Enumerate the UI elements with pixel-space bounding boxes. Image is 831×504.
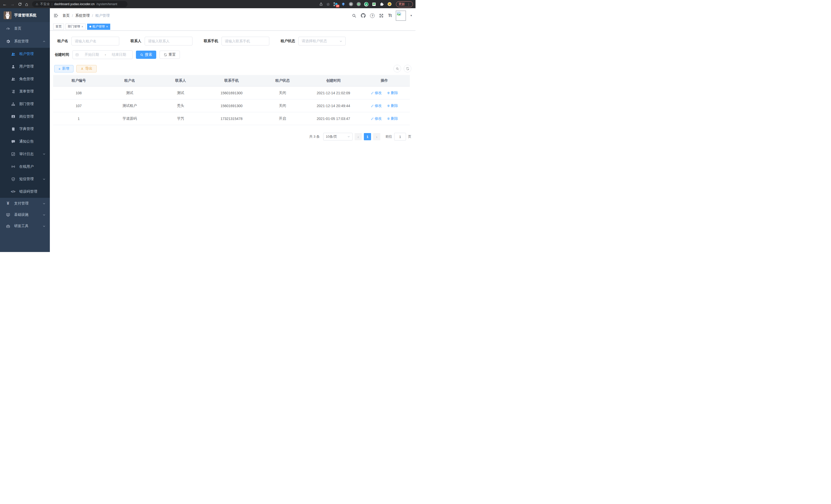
- close-icon[interactable]: ×: [82, 25, 83, 29]
- status-label: 租户状态: [281, 39, 295, 43]
- refresh-table-button[interactable]: [404, 65, 411, 72]
- app-logo-row[interactable]: 芋道管理系统: [0, 8, 50, 22]
- extension-grid-icon[interactable]: 10: [333, 2, 338, 6]
- browser-home-button[interactable]: ⌂: [25, 2, 28, 7]
- header-search-icon[interactable]: [352, 13, 356, 18]
- col-actions: 操作: [359, 75, 410, 87]
- sidebar-item-user[interactable]: 用户管理: [0, 60, 50, 73]
- dictionary-icon: [11, 127, 16, 131]
- github-icon[interactable]: [361, 13, 366, 18]
- browser-menu-icon[interactable]: ⋮: [407, 2, 410, 6]
- font-size-icon[interactable]: Tt: [388, 13, 391, 18]
- update-label: 更新: [399, 2, 405, 6]
- close-icon[interactable]: ×: [106, 25, 108, 29]
- sidebar-item-notice[interactable]: 通知公告: [0, 136, 50, 148]
- extension-pin-icon[interactable]: [341, 2, 345, 6]
- edit-link[interactable]: 修改: [371, 91, 382, 95]
- extension-command-icon[interactable]: ⌘: [349, 2, 353, 6]
- address-bar[interactable]: ⚠ 不安全 | dashboard.yudao.iocoder.cn/syste…: [32, 1, 127, 7]
- sidebar-item-label: 字典管理: [19, 127, 34, 131]
- edit-link[interactable]: 修改: [371, 116, 382, 121]
- date-range-picker[interactable]: 开始日期 - 结束日期: [73, 50, 133, 59]
- mobile-input[interactable]: [222, 37, 269, 46]
- tab-home[interactable]: 首页: [53, 24, 64, 30]
- sidebar-item-online-users[interactable]: 在线用户: [0, 160, 50, 173]
- cell-tenant-id: 1: [53, 112, 104, 125]
- sidebar-item-audit-log[interactable]: 审计日志: [0, 148, 50, 160]
- bookmark-star-icon[interactable]: ☆: [326, 2, 330, 7]
- sidebar-item-payment[interactable]: ¥ 支付管理: [0, 198, 50, 209]
- sidebar-item-home[interactable]: 首页: [0, 22, 50, 35]
- export-button[interactable]: 导出: [76, 65, 96, 72]
- reset-button[interactable]: 重置: [160, 51, 180, 59]
- sidebar-item-post[interactable]: 岗位管理: [0, 110, 50, 123]
- prev-page-button[interactable]: ‹: [354, 133, 362, 140]
- status-field-group: 租户状态 请选择租户状态: [281, 37, 346, 46]
- tab-department[interactable]: 部门管理 ×: [65, 24, 86, 30]
- not-secure-icon: ⚠: [35, 2, 38, 6]
- sidebar-item-dev-tools[interactable]: 研发工具: [0, 220, 50, 232]
- breadcrumb-system[interactable]: 系统管理: [75, 13, 90, 18]
- edit-pen-icon: [371, 104, 374, 108]
- browser-update-button[interactable]: 更新 ⋮: [396, 1, 413, 7]
- avatar[interactable]: [396, 10, 406, 21]
- cell-mobile: 17321315478: [206, 112, 257, 125]
- delete-link[interactable]: 删除: [387, 91, 398, 95]
- tags-view: 首页 部门管理 × 租户管理 ×: [50, 23, 416, 31]
- trash-icon: [387, 91, 390, 94]
- extension-y-icon[interactable]: y: [364, 2, 369, 6]
- sidebar-item-role[interactable]: 角色管理: [0, 73, 50, 85]
- extension-badge: 10: [336, 5, 339, 7]
- tab-tenant[interactable]: 租户管理 ×: [87, 24, 110, 30]
- edit-link[interactable]: 修改: [371, 103, 382, 108]
- chevron-up-icon: [42, 40, 46, 43]
- next-page-button[interactable]: ›: [373, 133, 380, 140]
- add-button[interactable]: + 新增: [54, 65, 74, 72]
- sidebar-item-department[interactable]: 部门管理: [0, 98, 50, 111]
- date-separator: -: [105, 53, 106, 57]
- share-icon[interactable]: [319, 2, 323, 6]
- status-select[interactable]: 请选择租户状态: [298, 37, 346, 46]
- breadcrumb-home[interactable]: 首页: [62, 13, 69, 18]
- extension-record-icon[interactable]: [356, 2, 361, 6]
- delete-link[interactable]: 删除: [387, 103, 398, 108]
- col-tenant-name: 租户名: [104, 75, 155, 87]
- badge-icon: [11, 114, 16, 119]
- extension-chat-icon[interactable]: [372, 2, 376, 6]
- delete-link[interactable]: 删除: [387, 116, 398, 121]
- browser-back-button[interactable]: ←: [3, 2, 7, 6]
- cell-contact: 测试: [155, 87, 206, 99]
- extension-emoji-icon[interactable]: [387, 2, 392, 6]
- table-row: 1 芋道源码 芋艿 17321315478 开启 2021-01-05 17:0…: [53, 112, 410, 125]
- fullscreen-icon[interactable]: [379, 13, 384, 18]
- sidebar-item-error-code[interactable]: </> 错误码管理: [0, 185, 50, 198]
- extension-puzzle-icon[interactable]: [379, 2, 384, 6]
- sidebar-item-sms[interactable]: 短信管理: [0, 173, 50, 185]
- sidebar-item-tenant[interactable]: 租户管理: [0, 48, 50, 60]
- date-end-placeholder: 结束日期: [108, 52, 130, 57]
- add-button-label: 新增: [62, 66, 69, 71]
- search-button[interactable]: 搜索: [136, 51, 156, 59]
- navbar: 首页 / 系统管理 / 租户管理 ?: [50, 8, 416, 23]
- sidebar-item-system[interactable]: 系统管理: [0, 35, 50, 48]
- extension-grid-square: [334, 5, 335, 6]
- goto-page-input[interactable]: [394, 133, 406, 141]
- sidebar-item-menu[interactable]: 菜单管理: [0, 85, 50, 98]
- sidebar-item-infrastructure[interactable]: 基础设施: [0, 209, 50, 220]
- sidebar-collapse-icon[interactable]: [53, 13, 58, 18]
- tenant-page-content: 租户名 联系人 联系手机 租户状态 请选择租户状态: [50, 31, 416, 252]
- tenant-name-input[interactable]: [71, 37, 119, 46]
- page-size-select[interactable]: 10条/页: [323, 133, 352, 141]
- sidebar-item-label: 研发工具: [14, 224, 29, 228]
- avatar-caret-icon[interactable]: ▾: [410, 14, 412, 17]
- chevron-down-icon: [339, 40, 342, 42]
- breadcrumb-separator: /: [72, 13, 73, 18]
- help-icon[interactable]: ?: [370, 13, 375, 18]
- sidebar-item-dictionary[interactable]: 字典管理: [0, 123, 50, 136]
- contact-input[interactable]: [145, 37, 193, 46]
- not-secure-label: 不安全: [40, 2, 50, 6]
- page-number-1[interactable]: 1: [364, 133, 371, 140]
- show-search-toggle-button[interactable]: [393, 65, 401, 72]
- browser-forward-button[interactable]: →: [10, 2, 15, 6]
- browser-reload-button[interactable]: [18, 2, 22, 6]
